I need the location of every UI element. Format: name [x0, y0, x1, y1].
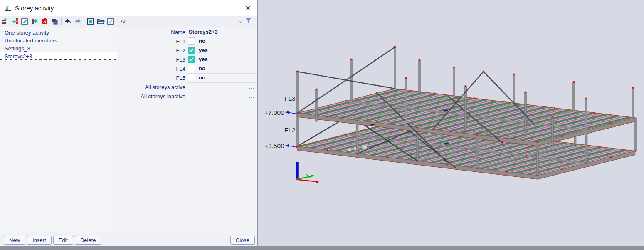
insert-button[interactable]: Insert	[27, 236, 52, 245]
redo-icon[interactable]	[73, 17, 83, 26]
form-row-name: Name Storeys2+3	[118, 27, 257, 37]
form-row-fl4: FL4 no	[118, 64, 257, 73]
delete-button[interactable]: Delete	[75, 236, 101, 245]
fl1-value: no	[199, 38, 205, 44]
form-row-fl1: FL1 no	[118, 37, 257, 46]
axis-x	[296, 180, 316, 182]
fl1-checkbox[interactable]	[188, 37, 195, 45]
fl2-label: FL2	[118, 47, 188, 54]
open-library-icon[interactable]	[96, 17, 106, 26]
elevation-label-fl2: +3.500	[264, 142, 284, 149]
dialog-buttonbar: New Insert Edit Delete Close	[0, 234, 257, 246]
insert-row-icon[interactable]	[10, 17, 20, 26]
application-window: Storey activity	[0, 0, 644, 250]
toolbar-separator	[84, 17, 84, 25]
dialog-body: One storey activity Unallocated members …	[0, 27, 257, 232]
close-icon[interactable]	[242, 2, 253, 13]
form-row-fl5: FL5 no	[118, 73, 257, 82]
list-item-selected[interactable]: Storeys2+3	[0, 52, 117, 60]
fl4-label: FL4	[118, 66, 188, 72]
dialog-toolbar: All	[0, 16, 257, 27]
storey-markers: FL3 +7.000 FL2 +3.500	[264, 95, 298, 149]
all-storeys-inactive-label: All storeys inactive	[118, 93, 188, 99]
all-storeys-active-label: All storeys active	[118, 84, 188, 90]
dialog-title: Storey activity	[15, 5, 54, 12]
delete-icon[interactable]	[40, 17, 50, 26]
fl3-checkbox[interactable]	[188, 56, 195, 63]
fl3-value: yes	[199, 56, 208, 62]
toolbar-separator	[61, 17, 62, 25]
storey-activity-list: One storey activity Unallocated members …	[0, 27, 118, 232]
fl5-checkbox[interactable]	[188, 74, 195, 81]
edit-icon[interactable]	[20, 17, 30, 26]
name-value[interactable]: Storeys2+3	[188, 29, 218, 35]
all-storeys-active-button[interactable]: ...	[249, 85, 255, 89]
list-item[interactable]: Unallocated members	[0, 36, 118, 44]
elevation-label-fl3: +7.000	[264, 109, 284, 116]
form-row-fl3: FL3 yes	[118, 55, 257, 64]
storey-label-fl2: FL2	[284, 126, 296, 134]
axis-z	[296, 162, 299, 179]
filter-funnel-icon[interactable]	[245, 17, 252, 25]
fl2-value: yes	[199, 47, 208, 53]
fl2-checkbox[interactable]	[188, 47, 195, 54]
all-storeys-inactive-button[interactable]: ...	[249, 94, 255, 98]
copy-icon[interactable]	[50, 17, 60, 26]
insert-column-icon[interactable]	[30, 17, 40, 26]
dialog-icon	[5, 5, 11, 11]
close-button[interactable]: Close	[230, 236, 255, 245]
undo-icon[interactable]	[63, 17, 73, 26]
chevron-down-icon[interactable]	[238, 17, 243, 25]
new-storey-activity-icon[interactable]	[0, 17, 10, 26]
edit-button[interactable]: Edit	[53, 236, 73, 245]
form-row-fl2: FL2 yes	[118, 46, 257, 55]
dialog-titlebar: Storey activity	[0, 0, 257, 16]
form-row-all-active: All storeys active ...	[118, 82, 257, 92]
new-button[interactable]: New	[4, 236, 25, 245]
storey-label-fl3: FL3	[284, 95, 296, 102]
storey-activity-form: Name Storeys2+3 FL1 no FL2	[118, 27, 257, 232]
fl1-label: FL1	[118, 38, 188, 45]
fl4-value: no	[199, 65, 205, 72]
axis-triad	[296, 162, 320, 183]
check-document-icon[interactable]	[106, 17, 116, 26]
fl3-label: FL3	[118, 57, 188, 63]
window-select-icon[interactable]	[86, 17, 96, 26]
fl5-value: no	[199, 74, 205, 81]
storey-activity-dialog: Storey activity	[0, 0, 258, 246]
name-label: Name	[118, 29, 188, 35]
fl4-checkbox[interactable]	[188, 65, 195, 72]
list-item[interactable]: Settings_3	[0, 44, 118, 52]
filter-combobox[interactable]: All	[121, 17, 245, 26]
list-item[interactable]: One storey activity	[0, 28, 118, 36]
filter-combobox-value: All	[121, 18, 126, 25]
fl5-label: FL5	[118, 75, 188, 81]
form-row-all-inactive: All storeys inactive ...	[118, 92, 257, 101]
window-bottom-edge	[0, 246, 644, 250]
model-viewport[interactable]: FL3 +7.000 FL2 +3.500	[258, 0, 644, 246]
